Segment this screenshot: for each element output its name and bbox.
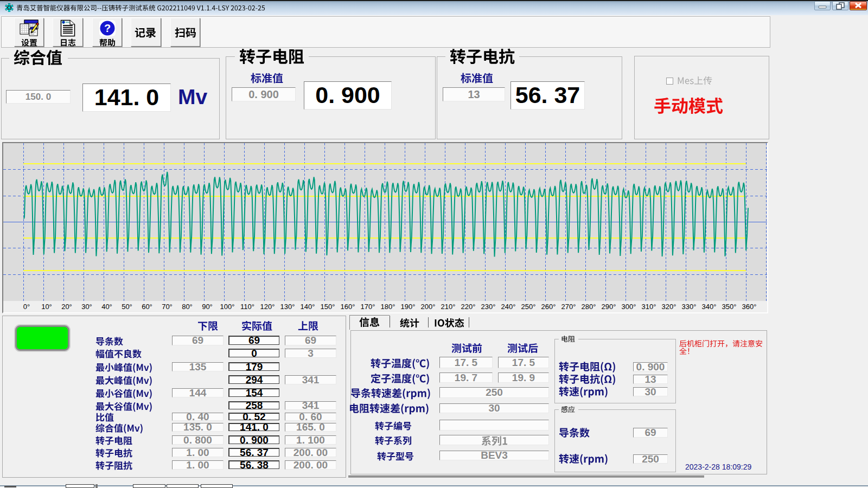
svg-text:?: ? <box>104 22 110 34</box>
